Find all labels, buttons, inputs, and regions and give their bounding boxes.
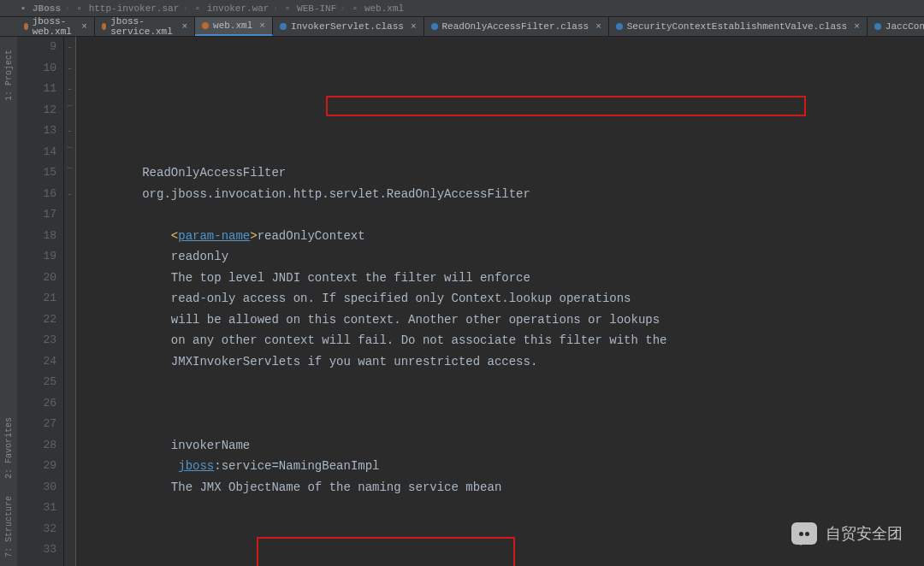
- class-icon: [431, 23, 438, 30]
- class-icon: [874, 23, 881, 30]
- breadcrumb-item[interactable]: http-invoker.sar: [89, 3, 180, 14]
- breadcrumb-item[interactable]: invoker.war: [207, 3, 270, 14]
- code-line[interactable]: The JMX ObjectName of the naming service…: [85, 477, 924, 498]
- tool-structure[interactable]: 7: Structure: [4, 496, 14, 557]
- close-icon[interactable]: ×: [81, 21, 87, 32]
- tab-securitycontext[interactable]: SecurityContextEstablishmentValve.class×: [609, 17, 868, 36]
- code-line[interactable]: [85, 414, 924, 435]
- breadcrumb-item[interactable]: web.xml: [364, 3, 404, 14]
- tab-web-xml[interactable]: web.xml×: [195, 17, 273, 36]
- close-icon[interactable]: ×: [259, 21, 265, 31]
- code-line[interactable]: on any other context will fail. Do not a…: [85, 330, 924, 351]
- code-line[interactable]: JMXInvokerServlets if you want unrestric…: [85, 351, 924, 373]
- chevron-right-icon: ›: [272, 3, 278, 14]
- line-number-gutter[interactable]: 9101112131415161718192021222324252627282…: [17, 37, 64, 566]
- tab-jacccontext[interactable]: JaccContextValve.class×: [868, 17, 924, 36]
- highlight-box: [326, 96, 806, 116]
- breadcrumb: ▪ JBoss › ▫ http-invoker.sar › ▫ invoker…: [0, 0, 924, 17]
- tab-label: InvokerServlet.class: [291, 21, 404, 32]
- tab-invokerservlet[interactable]: InvokerServlet.class×: [273, 17, 424, 36]
- code-line[interactable]: will be allowed on this context. Another…: [85, 310, 924, 331]
- editor-tabs: jboss-web.xml× jboss-service.xml× web.xm…: [0, 17, 924, 37]
- class-icon: [280, 23, 287, 30]
- code-line[interactable]: [85, 498, 924, 519]
- wechat-icon: [791, 522, 817, 545]
- watermark: 自贸安全团: [791, 522, 903, 545]
- tab-label: JaccContextValve.class: [886, 21, 924, 32]
- tool-project[interactable]: 1: Project: [4, 50, 14, 101]
- code-line[interactable]: [85, 372, 924, 393]
- watermark-text: 自贸安全团: [826, 523, 903, 544]
- xml-icon: [24, 23, 28, 30]
- code-line[interactable]: <param-name>readOnlyContext: [85, 226, 924, 247]
- code-line[interactable]: readonly: [85, 246, 924, 268]
- fold-column[interactable]: ---¯-¯¯-: [64, 37, 76, 566]
- code-line[interactable]: read-only access on. If specified only C…: [85, 288, 924, 310]
- chevron-right-icon: ›: [340, 3, 346, 14]
- close-icon[interactable]: ×: [181, 21, 187, 32]
- folder-icon: ▫: [74, 3, 86, 14]
- folder-icon: ▫: [281, 3, 293, 14]
- code-editor[interactable]: ReadOnlyAccessFilter org.jboss.invocatio…: [76, 37, 924, 566]
- code-line[interactable]: The top level JNDI context the filter wi…: [85, 268, 924, 289]
- xml-icon: [102, 23, 106, 30]
- code-line[interactable]: [85, 561, 924, 567]
- code-line[interactable]: invokerName: [85, 435, 924, 457]
- main-area: 1: Project 2: Favorites 7: Structure 910…: [0, 37, 924, 566]
- folder-icon: ▫: [192, 3, 204, 14]
- close-icon[interactable]: ×: [854, 21, 860, 32]
- code-line[interactable]: [85, 142, 924, 163]
- tab-jboss-web-xml[interactable]: jboss-web.xml×: [17, 17, 95, 36]
- tab-label: jboss-service.xml: [110, 16, 175, 37]
- tab-label: jboss-web.xml: [33, 16, 75, 37]
- close-icon[interactable]: ×: [411, 21, 417, 32]
- chevron-right-icon: ›: [182, 3, 188, 14]
- tab-label: web.xml: [213, 21, 252, 31]
- chevron-right-icon: ›: [64, 3, 70, 14]
- xml-icon: [202, 22, 209, 29]
- close-icon[interactable]: ×: [595, 21, 601, 32]
- code-line[interactable]: jboss:service=NamingBeanImpl: [85, 456, 924, 477]
- tab-jboss-service-xml[interactable]: jboss-service.xml×: [95, 17, 195, 36]
- class-icon: [616, 23, 623, 30]
- breadcrumb-item[interactable]: WEB-INF: [297, 3, 336, 14]
- code-line[interactable]: ReadOnlyAccessFilter: [85, 162, 924, 184]
- tool-favorites[interactable]: 2: Favorites: [4, 417, 14, 479]
- code-line[interactable]: [85, 121, 924, 142]
- tab-label: ReadOnlyAccessFilter.class: [442, 21, 589, 32]
- project-icon: ▪: [17, 3, 29, 14]
- file-icon: ▫: [349, 3, 361, 14]
- tab-readonlyaccessfilter[interactable]: ReadOnlyAccessFilter.class×: [424, 17, 609, 36]
- code-line[interactable]: org.jboss.invocation.http.servlet.ReadOn…: [85, 184, 924, 205]
- left-tool-strip: 1: Project 2: Favorites 7: Structure: [0, 37, 17, 566]
- breadcrumb-root[interactable]: JBoss: [33, 3, 61, 14]
- code-line[interactable]: [85, 204, 924, 226]
- code-line[interactable]: [85, 393, 924, 415]
- tab-label: SecurityContextEstablishmentValve.class: [627, 21, 847, 32]
